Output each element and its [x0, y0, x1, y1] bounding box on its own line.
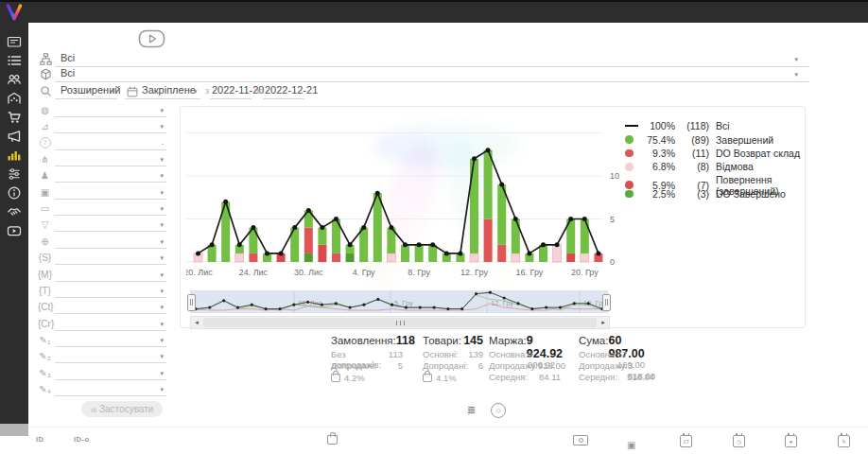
- sidebar-item-warehouse[interactable]: [7, 91, 22, 106]
- calendar-icon: ✎: [838, 435, 850, 447]
- chevron-down-icon: ▾: [160, 205, 164, 213]
- stat-column: Маржа:9 924.92Основна:9 006.92Допродажу:…: [489, 334, 561, 383]
- sidebar-item-settings[interactable]: [7, 166, 22, 182]
- filter-select-help[interactable]: ?-: [38, 137, 166, 152]
- filter-select-country[interactable]: ◍▾: [38, 104, 166, 119]
- col-product[interactable]: ▣: [627, 435, 635, 452]
- filter-select-payment[interactable]: ▭▾: [38, 202, 166, 218]
- filter-select-utm-content[interactable]: {Ct}▾: [38, 301, 166, 316]
- filter-select-utm-source[interactable]: {S}▾: [38, 252, 166, 267]
- col-date-created[interactable]: 17: [680, 435, 692, 447]
- filter-select-utm-medium[interactable]: {M}▾: [38, 269, 166, 284]
- chart-scrollbar[interactable]: ◂ ▸: [190, 316, 610, 329]
- chart-navigator[interactable]: 28. Лис5. Гру12. Гру19. Гру: [190, 290, 608, 313]
- toggle-list-view-button[interactable]: ≣: [467, 404, 476, 416]
- chevron-down-icon: ▾: [160, 107, 164, 114]
- sidebar-item-orders[interactable]: [7, 53, 22, 68]
- col-id-offer[interactable]: ID-o: [74, 435, 90, 444]
- stat-subrow: Допродажу:918.00: [489, 360, 561, 372]
- sidebar-item-partners[interactable]: [7, 204, 22, 219]
- apply-button[interactable]: ılı Застосувати: [81, 401, 163, 417]
- col-date-edited[interactable]: ✎: [838, 435, 850, 447]
- col-date-time[interactable]: ◷: [733, 435, 745, 447]
- stat-subrow: Основна:9 006.92: [489, 349, 561, 360]
- filter-select-custom-2[interactable]: ✎₂▾: [38, 350, 166, 365]
- settings-icon: [7, 166, 22, 182]
- level-icon: ⊿: [38, 120, 52, 133]
- sidebar-item-video[interactable]: [7, 223, 22, 238]
- filter-product-value: Всі: [61, 67, 75, 79]
- chevron-down-icon: ▾: [194, 88, 198, 96]
- navigator-left-handle[interactable]: [187, 294, 196, 311]
- filter-select-structure[interactable]: ⋔▾: [38, 153, 166, 168]
- legend-item[interactable]: 2.5%(3)DO Завершено: [625, 187, 805, 201]
- filter-select-custom-3[interactable]: ✎₃▾: [38, 367, 166, 382]
- help-video-button[interactable]: [138, 28, 166, 49]
- svg-text:20. Лис: 20. Лис: [186, 268, 213, 277]
- col-payment[interactable]: [573, 435, 588, 445]
- filter-select-utm-campaign[interactable]: {Cr}▾: [38, 318, 166, 333]
- sidebar-item-banners[interactable]: [7, 34, 22, 49]
- sidebar-item-customers[interactable]: [7, 72, 22, 87]
- scroll-right-icon[interactable]: ▸: [598, 317, 609, 328]
- customers-icon: [7, 72, 22, 87]
- svg-text:30. Лис: 30. Лис: [294, 268, 323, 277]
- chevron-down-icon: ▾: [160, 370, 164, 377]
- svg-text:0: 0: [610, 257, 615, 267]
- navigator-mini-chart: 28. Лис5. Гру12. Гру19. Гру: [190, 290, 608, 317]
- toggle-products-view-button[interactable]: ◇: [491, 403, 506, 418]
- filter-select-funnel[interactable]: ▽▾: [38, 218, 166, 234]
- scrollbar-grip-icon: [396, 321, 405, 325]
- filter-select-utm-term[interactable]: {T}▾: [38, 285, 166, 300]
- legend-item[interactable]: 5.9%(7)Повернення (завершений): [625, 174, 805, 187]
- legend-item[interactable]: 100%(118)Всі: [625, 119, 805, 132]
- col-date-approved[interactable]: ●: [785, 435, 797, 447]
- filter-select-level[interactable]: ⊿▾: [38, 120, 166, 135]
- chevron-down-icon: ▾: [160, 156, 164, 164]
- legend-item[interactable]: 9.3%(11)DO Возврат склад: [625, 147, 805, 160]
- bag-icon: [327, 435, 338, 445]
- filter-select-custom-4[interactable]: ✎₄▾: [38, 383, 166, 398]
- scroll-left-icon[interactable]: ◂: [191, 317, 202, 328]
- sidebar-item-cart[interactable]: [7, 110, 22, 125]
- sidebar-item-info[interactable]: [7, 185, 22, 201]
- utm-source-icon: {S}: [38, 252, 52, 265]
- help-icon: ?: [38, 137, 52, 148]
- calendar-icon: ●: [785, 435, 797, 447]
- chart-legend: 100%(118)Всі75.4%(89)Завершений9.3%(11)D…: [625, 119, 805, 201]
- stat-subrow: Основна:57 169.00: [579, 349, 654, 360]
- chart-card: 051020. Лис24. Лис30. Лис4. Гру8. Гру12.…: [180, 106, 806, 328]
- period-mode-select[interactable]: Закріплене: [142, 84, 196, 96]
- legend-dot-swatch: [625, 190, 634, 199]
- legend-item[interactable]: 6.8%(8)Відмова: [625, 160, 805, 173]
- filter-select-product[interactable]: ▣▾: [38, 186, 166, 201]
- filter-select-custom-1[interactable]: ✎₁▾: [38, 334, 166, 349]
- filter-select-manager[interactable]: ♟▾: [38, 169, 166, 184]
- orders-icon: [7, 53, 22, 68]
- col-basket[interactable]: [327, 435, 338, 445]
- banknote-icon: [573, 435, 588, 445]
- date-to-input[interactable]: 2022-12-21: [265, 84, 318, 96]
- stat-title: Маржа:9 924.92: [489, 334, 561, 349]
- filter-product-select[interactable]: Всі ▾: [38, 66, 809, 83]
- svg-text:24. Лис: 24. Лис: [239, 268, 269, 277]
- package-icon: [40, 67, 52, 84]
- col-id-order[interactable]: ID: [36, 435, 44, 444]
- marketing-icon: [7, 129, 22, 144]
- basket-icon: [331, 374, 340, 382]
- legend-item[interactable]: 75.4%(89)Завершений: [625, 132, 805, 146]
- chevron-down-icon: ▾: [160, 386, 164, 393]
- date-to-label: по: [254, 86, 264, 96]
- chevron-down-icon: ▾: [794, 71, 798, 79]
- utm-campaign-icon: {Cr}: [38, 318, 52, 331]
- legend-dot-swatch: [625, 163, 634, 171]
- stat-subrow: Без допродажів:113: [331, 349, 403, 360]
- filter-source-value: Всі: [61, 52, 75, 63]
- scrollbar-thumb[interactable]: [203, 318, 597, 327]
- sidebar-item-statistics[interactable]: [7, 148, 22, 163]
- sidebar-item-marketing[interactable]: [7, 129, 22, 144]
- app-logo[interactable]: [4, 2, 25, 22]
- filter-select-web[interactable]: ⊕▾: [38, 236, 166, 251]
- navigator-right-handle[interactable]: [602, 294, 611, 311]
- calendar-icon: 17: [680, 435, 692, 447]
